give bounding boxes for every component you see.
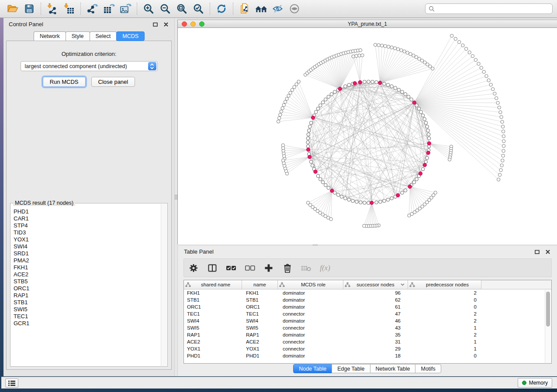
table-cell[interactable]: 0 [408, 303, 481, 310]
mcds-network-node[interactable] [396, 193, 400, 197]
network-node[interactable] [406, 51, 409, 54]
table-cell[interactable]: 18 [343, 352, 408, 359]
network-node[interactable] [347, 198, 351, 202]
table-cell[interactable] [481, 310, 551, 317]
tab-network[interactable]: Network [34, 31, 66, 41]
table-cell[interactable]: 1 [408, 324, 481, 331]
mcds-network-node[interactable] [314, 170, 317, 173]
hide-selected-button[interactable] [270, 1, 286, 16]
mcds-result-item[interactable]: SRD1 [14, 250, 161, 257]
network-node[interactable] [427, 137, 431, 140]
network-node[interactable] [363, 80, 367, 84]
table-cell[interactable] [481, 338, 551, 345]
network-node[interactable] [500, 115, 503, 118]
network-node[interactable] [311, 164, 314, 167]
network-node[interactable] [306, 201, 309, 204]
delete-table-button[interactable] [301, 262, 311, 274]
table-cell[interactable]: YOX1 [242, 345, 278, 352]
network-node[interactable] [471, 55, 474, 58]
mcds-network-node[interactable] [423, 163, 426, 167]
network-node[interactable] [281, 144, 284, 147]
table-cell[interactable]: STB1 [184, 296, 242, 303]
table-cell[interactable]: dominator [278, 331, 343, 338]
network-node[interactable] [397, 88, 401, 92]
table-cell[interactable]: SWI4 [184, 317, 242, 324]
network-node[interactable] [282, 103, 285, 107]
table-cell[interactable]: 2 [408, 317, 481, 324]
network-node[interactable] [340, 195, 343, 199]
network-node[interactable] [498, 106, 501, 109]
mcds-result-list[interactable]: PHD1CAR1STP4TID3YOX1SWI4SRD1PMA2FKH1ACE2… [11, 204, 161, 366]
scrollbar-thumb[interactable] [546, 292, 550, 327]
network-node[interactable] [501, 125, 504, 128]
network-node[interactable] [333, 90, 337, 94]
search-input[interactable] [437, 6, 549, 12]
network-node[interactable] [374, 43, 377, 46]
network-node[interactable] [493, 92, 496, 95]
network-node[interactable] [279, 113, 282, 116]
network-node[interactable] [347, 83, 351, 87]
network-node[interactable] [387, 45, 390, 48]
export-image-button[interactable] [117, 1, 134, 16]
table-cell[interactable]: ORC1 [184, 303, 242, 310]
select-all-button[interactable] [226, 262, 236, 274]
network-view[interactable] [178, 28, 557, 244]
float-table-panel-button[interactable] [534, 249, 540, 254]
network-node[interactable] [384, 45, 387, 48]
mcds-result-item[interactable]: TID3 [14, 229, 161, 236]
mcds-result-item[interactable]: YOX1 [14, 236, 161, 243]
network-node[interactable] [400, 49, 403, 52]
network-node[interactable] [502, 130, 505, 133]
table-cell[interactable]: TEC1 [184, 310, 242, 317]
table-row[interactable]: SWI5SWI5connector431 [184, 324, 551, 331]
network-node[interactable] [424, 121, 428, 125]
network-node[interactable] [426, 129, 430, 132]
mcds-network-node[interactable] [419, 172, 422, 175]
table-cell[interactable] [481, 324, 551, 331]
table-cell[interactable]: dominator [278, 303, 343, 310]
network-node[interactable] [351, 199, 355, 203]
tab-motifs[interactable]: Motifs [415, 364, 441, 373]
network-node[interactable] [487, 79, 490, 82]
mcds-result-item[interactable]: STB5 [14, 278, 161, 285]
table-cell[interactable]: 2 [408, 331, 481, 338]
table-cell[interactable]: ORC1 [242, 303, 278, 310]
table-cell[interactable]: 46 [343, 317, 408, 324]
network-node[interactable] [407, 95, 410, 99]
table-cell[interactable]: 1 [408, 345, 481, 352]
network-node[interactable] [359, 201, 363, 204]
network-node[interactable] [412, 181, 416, 184]
mcds-network-node[interactable] [306, 148, 310, 151]
table-cell[interactable]: 2 [408, 310, 481, 317]
network-node[interactable] [403, 50, 406, 53]
refresh-network-button[interactable] [213, 1, 230, 16]
table-cell[interactable]: 29 [343, 345, 408, 352]
network-node[interactable] [297, 80, 300, 83]
network-node[interactable] [308, 125, 312, 128]
table-row[interactable]: YOX1YOX1connector291 [184, 345, 551, 352]
network-node[interactable] [291, 88, 294, 91]
table-cell[interactable]: SWI4 [242, 317, 278, 324]
network-node[interactable] [386, 198, 390, 202]
column-header-shared-name[interactable]: shared name [184, 280, 242, 289]
table-cell[interactable]: dominator [278, 296, 343, 303]
network-node[interactable] [375, 201, 378, 204]
network-node[interactable] [344, 85, 347, 88]
tab-mcds[interactable]: MCDS [116, 31, 145, 41]
mcds-result-item[interactable]: SWI5 [14, 306, 161, 313]
network-node[interactable] [502, 135, 505, 138]
mcds-result-item[interactable]: ORC1 [14, 285, 161, 292]
network-node[interactable] [482, 70, 485, 73]
network-node[interactable] [307, 133, 310, 136]
column-header-mcds-role[interactable]: MCDS role [278, 280, 343, 289]
home-button[interactable] [253, 1, 270, 16]
tab-network-table[interactable]: Network Table [370, 364, 416, 373]
network-node[interactable] [491, 88, 494, 91]
table-cell[interactable]: ACE2 [184, 338, 242, 345]
network-node[interactable] [316, 107, 320, 110]
table-cell[interactable]: dominator [278, 317, 343, 324]
network-node[interactable] [450, 34, 453, 37]
tab-style[interactable]: Style [66, 31, 90, 41]
column-header-predecessor-nodes[interactable]: predecessor nodes [408, 280, 481, 289]
network-node[interactable] [383, 199, 386, 203]
